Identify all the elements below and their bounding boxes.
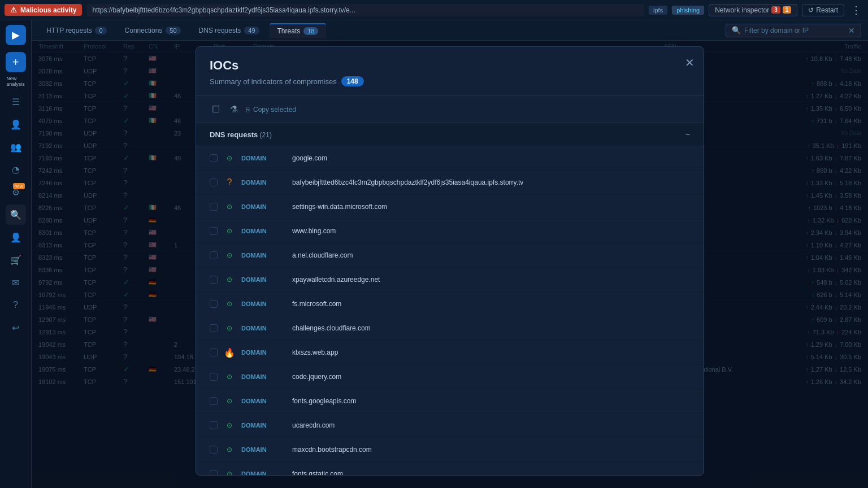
list-item[interactable]: ⊙ DOMAIN www.bing.com [196,219,704,243]
restart-icon: ↺ [808,6,814,14]
ioc-checkbox[interactable] [210,154,218,162]
status-ok-icon: ⊙ [223,225,236,237]
badge-red: 3 [771,6,780,14]
ioc-type: DOMAIN [241,276,287,283]
ioc-checkbox[interactable] [210,300,218,308]
badge-orange: 1 [783,6,792,14]
status-warn-icon: ? [223,176,236,189]
ioc-value: fs.microsoft.com [292,300,690,308]
checkbox-all-icon[interactable]: ☐ [210,102,222,117]
ioc-type: DOMAIN [241,446,287,453]
copy-selected-label: Copy selected [253,106,296,114]
list-item[interactable]: ⊙ DOMAIN fonts.gstatic.com [196,462,704,475]
status-danger-icon: 🔥 [223,346,236,359]
sidebar-item-users[interactable]: 👥 [6,137,26,157]
ioc-checkbox[interactable] [210,373,218,381]
ioc-checkbox[interactable] [210,446,218,454]
ioc-type: DOMAIN [241,325,287,332]
ioc-checkbox[interactable] [210,203,218,211]
ioc-value: fonts.googleapis.com [292,397,690,405]
new-analysis-button[interactable]: + [6,52,26,72]
sidebar-item-profile[interactable]: 👤 [6,114,26,134]
status-ok-icon: ⊙ [223,273,236,286]
modal-close-button[interactable]: ✕ [685,56,695,69]
sidebar-item-list[interactable]: ☰ [6,91,26,112]
ioc-count-badge: 148 [341,76,364,86]
url-bar: https://bafybeibjfttted6bzc4fc3m2gbpbqsc… [86,4,644,16]
list-item[interactable]: ⊙ DOMAIN google.com [196,146,704,171]
ioc-section-dns[interactable]: DNS requests (21) − [196,123,704,146]
ioc-value: maxcdn.bootstrapcdn.com [292,446,690,454]
ioc-value: www.bing.com [292,227,690,235]
ioc-type: DOMAIN [241,349,287,356]
malicious-badge: ⚠ Malicious activity [5,4,82,16]
list-item[interactable]: ⊙ DOMAIN a.nel.cloudflare.com [196,243,704,268]
top-bar: ⚠ Malicious activity https://bafybeibjft… [0,0,868,20]
sidebar-item-history[interactable]: ◔ [6,159,26,180]
sidebar-item-account[interactable]: 👤 [6,227,26,247]
modal-subtitle: Summary of indicators of compromises 148 [210,76,690,86]
sidebar-item-back[interactable]: ↩ [6,317,26,338]
ioc-value: ucarecdn.com [292,421,690,429]
tag-phishing[interactable]: phishing [672,6,704,15]
ioc-checkbox[interactable] [210,178,218,186]
malicious-label: Malicious activity [20,6,76,14]
app-logo[interactable]: ▶ [6,25,26,45]
sidebar-item-search[interactable]: 🔍 [6,204,26,225]
tab-connections[interactable]: Connections 50 [117,24,189,37]
sidebar-item-cart[interactable]: 🛒 [6,250,26,270]
list-item[interactable]: ⊙ DOMAIN fonts.googleapis.com [196,389,704,413]
ioc-section-title-area: DNS requests (21) [210,130,272,139]
ioc-checkbox[interactable] [210,348,218,356]
sidebar-item-mail[interactable]: ✉ [6,272,26,293]
copy-selected-button[interactable]: ⎘ Copy selected [246,106,296,114]
ioc-checkbox[interactable] [210,470,218,475]
sidebar-item-settings[interactable]: ⚙ new [6,182,26,202]
list-item[interactable]: ? DOMAIN bafybeibjfttted6bzc4fc3m2gbpbqs… [196,171,704,195]
main-content: Timeshift Protocol Rep CN IP Port Domain… [32,41,868,488]
ioc-checkbox[interactable] [210,421,218,429]
network-inspector-label: Network inspector [715,6,769,14]
status-ok-icon: ⊙ [223,395,236,407]
new-badge: new [13,183,25,189]
ioc-checkbox[interactable] [210,324,218,332]
tab-threats[interactable]: Threats 18 [270,23,327,38]
ioc-value: fonts.gstatic.com [292,470,690,475]
status-ok-icon: ⊙ [223,201,236,213]
tag-ipfs[interactable]: ipfs [649,6,667,15]
list-item[interactable]: ⊙ DOMAIN fs.microsoft.com [196,292,704,316]
modal-toolbar: ☐ ⚗ ⎘ Copy selected [196,96,704,123]
network-inspector-button[interactable]: Network inspector 3 1 [709,4,797,16]
list-item[interactable]: ⊙ DOMAIN challenges.cloudflare.com [196,316,704,341]
filter-clear-button[interactable]: ✕ [848,26,855,35]
tab-http-count: 0 [95,27,106,34]
status-ok-icon: ⊙ [223,443,236,456]
restart-button[interactable]: ↺ Restart [802,4,844,16]
ioc-checkbox[interactable] [210,397,218,405]
filter-input[interactable] [744,27,845,34]
list-item[interactable]: ⊙ DOMAIN code.jquery.com [196,365,704,389]
new-analysis-label: Newanalysis [6,76,25,87]
tab-dns-requests[interactable]: DNS requests 49 [191,24,267,37]
ioc-type: DOMAIN [241,155,287,162]
filter-search[interactable]: 🔍 ✕ [726,24,861,37]
filter-icon[interactable]: ⚗ [228,102,240,117]
ioc-checkbox[interactable] [210,251,218,259]
list-item[interactable]: ⊙ DOMAIN xpaywalletcdn.azureedge.net [196,268,704,292]
status-ok-icon: ⊙ [223,322,236,334]
ioc-checkbox[interactable] [210,276,218,284]
list-item[interactable]: ⊙ DOMAIN maxcdn.bootstrapcdn.com [196,438,704,462]
sidebar-item-help[interactable]: ? [6,295,26,315]
list-item[interactable]: ⊙ DOMAIN ucarecdn.com [196,413,704,438]
ioc-type: DOMAIN [241,422,287,429]
modal-header: IOCs Summary of indicators of compromise… [196,47,704,96]
ioc-checkbox[interactable] [210,227,218,235]
tabs-bar: HTTP requests 0 Connections 50 DNS reque… [32,20,868,41]
more-button[interactable]: ⋮ [849,4,863,16]
list-item[interactable]: 🔥 DOMAIN klxszs.web.app [196,341,704,365]
tab-threats-label: Threats [277,27,301,35]
tab-http-requests[interactable]: HTTP requests 0 [38,24,115,37]
list-item[interactable]: ⊙ DOMAIN settings-win.data.microsoft.com [196,195,704,219]
status-ok-icon: ⊙ [223,419,236,432]
status-ok-icon: ⊙ [223,298,236,310]
